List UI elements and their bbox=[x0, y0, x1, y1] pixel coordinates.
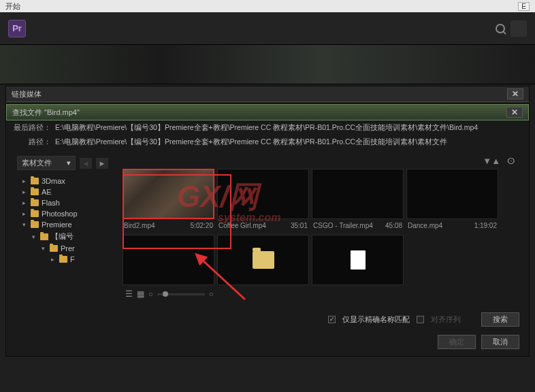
list-view-button[interactable]: ☰ bbox=[125, 289, 133, 299]
file-name: CSGO - Trailer.mp4 bbox=[313, 222, 373, 229]
grid-view-button[interactable]: ▦ bbox=[137, 289, 144, 299]
thumbnail bbox=[217, 169, 309, 219]
thumbnail bbox=[312, 169, 404, 219]
folder-icon bbox=[31, 178, 39, 184]
tree-item-3dmax[interactable]: ▸3Dmax bbox=[13, 176, 118, 186]
file-duration: 5:02:20 bbox=[191, 222, 213, 229]
file-name: Bird2.mp4 bbox=[124, 222, 155, 229]
tree-item-flash[interactable]: ▸Flash bbox=[13, 197, 118, 208]
exact-match-checkbox[interactable] bbox=[328, 316, 336, 323]
zoom-small-icon: ○ bbox=[148, 290, 153, 298]
thumbnail bbox=[217, 235, 309, 285]
tree-item-photoshop[interactable]: ▸Photoshop bbox=[13, 208, 118, 219]
nav-forward-button[interactable]: ► bbox=[96, 158, 108, 169]
tree-item-f[interactable]: ▸F bbox=[13, 254, 118, 265]
chevron-right-icon: ▸ bbox=[22, 210, 28, 217]
tree-item-ae[interactable]: ▸AE bbox=[13, 186, 118, 197]
topbar-right-btn[interactable]: E bbox=[518, 2, 530, 11]
ok-button[interactable]: 确定 bbox=[438, 335, 476, 349]
cancel-button[interactable]: 取消 bbox=[481, 335, 519, 349]
link-media-title: 链接媒体 bbox=[12, 89, 42, 99]
tree-item-prer[interactable]: ▾Prer bbox=[13, 243, 118, 254]
tree-item-bianhao[interactable]: ▾【编号 bbox=[13, 230, 118, 243]
file-duration: 45:08 bbox=[385, 222, 402, 229]
thumb-coffeegirl[interactable]: Coffee Girl.mp435:01 bbox=[217, 169, 309, 232]
exact-match-label: 仅显示精确名称匹配 bbox=[342, 314, 410, 325]
chevron-down-icon: ▾ bbox=[32, 233, 37, 240]
folder-icon bbox=[59, 256, 67, 263]
tree-item-premiere[interactable]: ▾Premiere bbox=[13, 219, 118, 230]
close-link-media-button[interactable]: ✕ bbox=[507, 88, 523, 99]
close-find-file-button[interactable]: ✕ bbox=[506, 107, 523, 118]
folder-tree: ▸3Dmax ▸AE ▸Flash ▸Photoshop ▾Premiere ▾… bbox=[13, 173, 118, 267]
folder-icon bbox=[31, 210, 39, 217]
thumb-dance[interactable]: Dance.mp41:19:02 bbox=[406, 169, 498, 232]
chevron-down-icon: ▾ bbox=[42, 245, 47, 252]
path-value: E:\电脑教程\Premiere\【编号30】Premiere全套+教程\Pre… bbox=[55, 137, 522, 147]
search-tool-icon[interactable]: ⵙ bbox=[507, 156, 515, 166]
file-duration: 1:19:02 bbox=[474, 222, 497, 229]
thumbnail bbox=[312, 235, 404, 285]
folder-dropdown[interactable]: 素材文件 ▾ bbox=[17, 156, 76, 170]
thumb-doc[interactable] bbox=[312, 235, 404, 285]
thumbnail bbox=[123, 235, 214, 285]
search-icon[interactable] bbox=[496, 24, 505, 33]
find-file-title: 查找文件 "Bird.mp4" bbox=[12, 108, 80, 118]
file-grid: Bird2.mp45:02:20 Coffee Girl.mp435:01 CS… bbox=[123, 169, 518, 285]
filter-icon[interactable]: ▼▲ bbox=[483, 156, 500, 166]
chevron-down-icon: ▾ bbox=[22, 221, 28, 228]
premiere-logo: Pr bbox=[8, 20, 26, 37]
zoom-slider[interactable] bbox=[157, 293, 205, 295]
folder-icon bbox=[31, 199, 39, 206]
folder-icon bbox=[31, 221, 39, 228]
chevron-down-icon: ▾ bbox=[67, 159, 71, 167]
folder-icon bbox=[40, 233, 48, 240]
start-menu[interactable]: 开始 bbox=[5, 1, 20, 12]
chevron-right-icon: ▸ bbox=[22, 189, 28, 195]
file-name: Coffee Girl.mp4 bbox=[218, 222, 266, 229]
last-path-label: 最后路径： bbox=[13, 122, 51, 133]
file-duration: 35:01 bbox=[291, 222, 308, 229]
folder-icon bbox=[253, 251, 274, 269]
file-name: Dance.mp4 bbox=[408, 222, 442, 229]
background-preview bbox=[0, 45, 535, 84]
folder-icon bbox=[50, 245, 58, 252]
last-path-value: E:\电脑教程\Premiere\【编号30】Premiere全套+教程\Pre… bbox=[55, 123, 522, 133]
nav-back-button[interactable]: ◄ bbox=[80, 158, 92, 169]
chevron-right-icon: ▸ bbox=[22, 178, 28, 184]
document-icon bbox=[351, 250, 366, 270]
thumbnail bbox=[406, 169, 498, 219]
chevron-right-icon: ▸ bbox=[51, 256, 56, 263]
thumbnail bbox=[123, 169, 214, 219]
thumb-csgo[interactable]: CSGO - Trailer.mp445:08 bbox=[312, 169, 404, 232]
menu-icon[interactable] bbox=[510, 20, 527, 37]
align-seq-checkbox[interactable] bbox=[417, 316, 424, 323]
zoom-large-icon: ○ bbox=[209, 290, 214, 298]
chevron-right-icon: ▸ bbox=[22, 199, 28, 206]
align-seq-label: 对齐序列 bbox=[431, 314, 461, 325]
thumb-folder[interactable] bbox=[217, 235, 309, 285]
thumb-bird2[interactable]: Bird2.mp45:02:20 bbox=[123, 169, 214, 232]
folder-icon bbox=[31, 189, 39, 195]
search-button[interactable]: 搜索 bbox=[481, 312, 519, 327]
thumb-blank[interactable] bbox=[123, 235, 214, 285]
path-label: 路径： bbox=[13, 137, 51, 147]
